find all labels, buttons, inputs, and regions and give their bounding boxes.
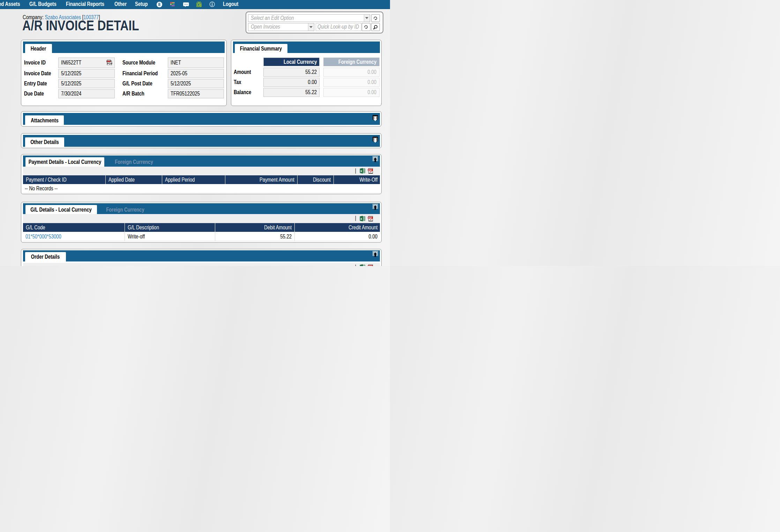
svg-text:PDF: PDF <box>107 62 113 65</box>
svg-text:PDF: PDF <box>368 169 372 171</box>
svg-text:PDF: PDF <box>368 265 372 266</box>
svg-text:PDF: PDF <box>368 216 372 219</box>
svg-text:X: X <box>360 217 362 220</box>
svg-text:X: X <box>360 169 362 173</box>
svg-text:X: X <box>360 266 362 266</box>
